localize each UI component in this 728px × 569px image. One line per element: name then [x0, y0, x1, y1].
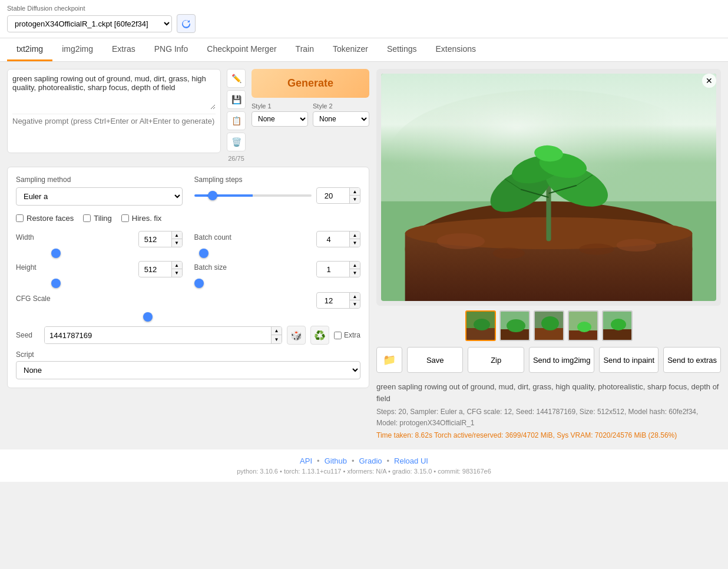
- tab-extensions[interactable]: Extensions: [426, 38, 485, 61]
- left-panel: green sapling rowing out of ground, mud,…: [7, 69, 369, 442]
- tab-txt2img[interactable]: txt2img: [7, 38, 52, 61]
- tab-tokenizer[interactable]: Tokenizer: [323, 38, 378, 61]
- thumbnail-4[interactable]: [568, 310, 598, 341]
- github-link[interactable]: Github: [325, 456, 347, 465]
- thumbnail-2[interactable]: [499, 310, 530, 341]
- tiling-input[interactable]: [83, 214, 91, 222]
- prompt-wrapper: green sapling rowing out of ground, mud,…: [7, 69, 221, 162]
- cfg-scale-down[interactable]: ▼: [349, 300, 360, 308]
- restore-faces-checkbox[interactable]: Restore faces: [16, 214, 74, 223]
- send-to-img2img-button[interactable]: Send to img2img: [529, 347, 595, 373]
- width-input-group: ▲ ▼: [138, 231, 183, 247]
- sampling-steps-slider[interactable]: [194, 194, 312, 197]
- extra-checkbox-label[interactable]: Extra: [334, 331, 360, 339]
- recycle-icon-button[interactable]: ♻️: [310, 326, 329, 345]
- svg-point-6: [437, 233, 485, 249]
- hires-fix-checkbox[interactable]: Hires. fix: [121, 214, 162, 223]
- script-select[interactable]: None: [16, 361, 360, 379]
- style1-label: Style 1: [252, 102, 308, 110]
- api-link[interactable]: API: [300, 456, 312, 465]
- svg-point-31: [577, 322, 591, 332]
- thumbnail-1[interactable]: [465, 310, 496, 341]
- tabs-bar: txt2img img2img Extras PNG Info Checkpoi…: [0, 38, 728, 62]
- width-spinners: ▲ ▼: [171, 231, 182, 247]
- width-height-col: Width ▲ ▼: [16, 231, 183, 286]
- negative-prompt[interactable]: [12, 117, 216, 146]
- output-timing-text: Time taken: 8.62s Torch active/reserved:…: [376, 431, 721, 439]
- prompt-tools: ✏️ 💾 📋 🗑️ 26/75: [227, 69, 246, 162]
- batch-count-slider[interactable]: [194, 252, 361, 254]
- tab-checkpoint-merger[interactable]: Checkpoint Merger: [197, 38, 286, 61]
- gradio-link[interactable]: Gradio: [359, 456, 382, 465]
- height-group: Height ▲ ▼: [16, 261, 183, 286]
- close-image-button[interactable]: ✕: [702, 74, 716, 88]
- tab-settings[interactable]: Settings: [378, 38, 426, 61]
- tab-extras[interactable]: Extras: [102, 38, 145, 61]
- generate-button[interactable]: Generate: [252, 69, 369, 98]
- tab-train[interactable]: Train: [286, 38, 323, 61]
- send-to-inpaint-button[interactable]: Send to inpaint: [599, 347, 658, 373]
- output-meta-text: Steps: 20, Sampler: Euler a, CFG scale: …: [376, 406, 721, 429]
- save-button[interactable]: Save: [407, 347, 463, 373]
- seed-down[interactable]: ▼: [271, 335, 282, 343]
- cfg-scale-input[interactable]: [317, 294, 349, 307]
- svg-point-7: [617, 239, 657, 252]
- style2-label: Style 2: [313, 102, 369, 110]
- style2-select[interactable]: None: [313, 111, 369, 127]
- send-to-extras-button[interactable]: Send to extras: [663, 347, 721, 373]
- dice-icon-button[interactable]: 🎲: [287, 326, 306, 345]
- hires-fix-label: Hires. fix: [132, 214, 162, 223]
- checkpoint-select[interactable]: protogenX34OfficialR_1.ckpt [60fe2f34]: [7, 15, 172, 32]
- thumbnail-5[interactable]: [602, 310, 633, 341]
- batch-count-down[interactable]: ▼: [349, 239, 360, 247]
- batch-col: Batch count ▲ ▼: [194, 231, 361, 286]
- height-input[interactable]: [139, 263, 171, 276]
- batch-count-up[interactable]: ▲: [349, 231, 360, 239]
- hires-fix-input[interactable]: [121, 214, 129, 222]
- sampling-steps-input[interactable]: [317, 189, 349, 203]
- cfg-scale-slider[interactable]: [16, 316, 360, 318]
- batch-size-slider[interactable]: [194, 282, 361, 284]
- sampling-method-select[interactable]: Euler a: [16, 187, 183, 206]
- batch-count-input[interactable]: [317, 233, 349, 246]
- reload-link[interactable]: Reload UI: [394, 456, 428, 465]
- width-group: Width ▲ ▼: [16, 231, 183, 256]
- height-down[interactable]: ▼: [171, 269, 182, 277]
- footer-sep1: •: [317, 456, 320, 465]
- tab-png-info[interactable]: PNG Info: [145, 38, 198, 61]
- batch-size-down[interactable]: ▼: [349, 269, 360, 277]
- sampling-steps-down[interactable]: ▼: [349, 196, 360, 203]
- batch-count-input-group: ▲ ▼: [316, 231, 360, 247]
- edit-icon[interactable]: ✏️: [227, 69, 246, 88]
- settings-panel: Sampling method Euler a Sampling steps ▲: [7, 167, 369, 388]
- refresh-button[interactable]: [177, 14, 196, 33]
- width-up[interactable]: ▲: [171, 231, 182, 239]
- style1-select[interactable]: None: [252, 111, 308, 127]
- open-folder-button[interactable]: 📁: [376, 347, 402, 373]
- width-down[interactable]: ▼: [171, 239, 182, 247]
- tiling-checkbox[interactable]: Tiling: [83, 214, 112, 223]
- seed-up[interactable]: ▲: [271, 327, 282, 335]
- thumbnail-3[interactable]: [534, 310, 564, 341]
- sampling-steps-up[interactable]: ▲: [349, 188, 360, 196]
- batch-size-up[interactable]: ▲: [349, 262, 360, 269]
- restore-faces-input[interactable]: [16, 214, 24, 222]
- cfg-scale-up[interactable]: ▲: [349, 293, 360, 300]
- seed-input[interactable]: [45, 327, 271, 343]
- height-slider[interactable]: [16, 282, 183, 284]
- batch-size-input[interactable]: [317, 263, 349, 276]
- zip-button[interactable]: Zip: [468, 347, 524, 373]
- positive-prompt[interactable]: green sapling rowing out of ground, mud,…: [12, 74, 216, 110]
- footer-sep3: •: [387, 456, 390, 465]
- width-slider[interactable]: [16, 252, 183, 254]
- batch-count-group: Batch count ▲ ▼: [194, 231, 361, 256]
- batch-count-spinners: ▲ ▼: [349, 231, 360, 247]
- tab-img2img[interactable]: img2img: [52, 38, 102, 61]
- save-icon[interactable]: 💾: [227, 90, 246, 109]
- trash-icon[interactable]: 🗑️: [227, 133, 246, 151]
- height-up[interactable]: ▲: [171, 262, 182, 269]
- prompt-generate-row: green sapling rowing out of ground, mud,…: [7, 69, 369, 162]
- clipboard-icon[interactable]: 📋: [227, 111, 246, 130]
- width-input[interactable]: [139, 233, 171, 246]
- extra-checkbox[interactable]: [334, 332, 342, 339]
